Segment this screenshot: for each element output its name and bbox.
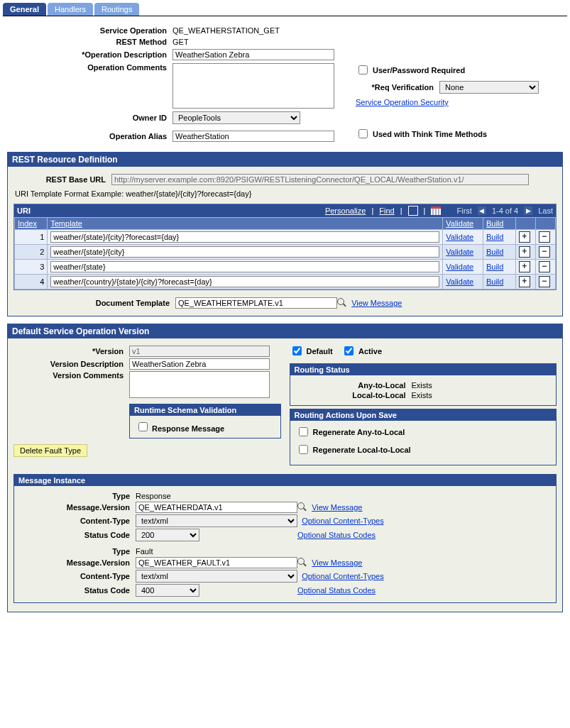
uri-row-validate[interactable]: Validate (446, 263, 473, 271)
select-resp-status-code[interactable]: 200 (136, 529, 199, 541)
label-owner-id: Owner ID (7, 114, 172, 122)
label-op-comments: Operation Comments (7, 63, 172, 72)
select-req-verification[interactable]: None (439, 81, 539, 94)
input-resp-msg-version[interactable] (136, 502, 297, 513)
nav-first: First (457, 206, 472, 215)
tab-routings[interactable]: Routings (94, 3, 139, 16)
label-version-comments: Version Comments (13, 371, 129, 380)
chk-think-time[interactable] (358, 129, 368, 138)
header-routing-actions: Routing Actions Upon Save (290, 409, 557, 421)
select-fault-content-type[interactable]: text/xml (136, 570, 297, 583)
uri-row-template[interactable] (50, 231, 439, 243)
value-resp-type: Response (136, 492, 171, 500)
add-row-icon[interactable]: + (519, 261, 530, 272)
uri-row-index: 1 (15, 230, 48, 245)
select-fault-status-code[interactable]: 400 (136, 584, 199, 597)
lookup-icon[interactable] (337, 298, 347, 308)
del-row-icon[interactable]: − (539, 276, 550, 287)
label-op-alias: Operation Alias (7, 132, 172, 140)
label-doc-template: Document Template (13, 299, 175, 307)
chk-regen-local[interactable] (299, 445, 308, 454)
gridpick-icon[interactable] (431, 206, 441, 215)
link-opt-status-codes[interactable]: Optional Status Codes (297, 531, 376, 539)
uri-row-build[interactable]: Build (486, 263, 503, 271)
label-think-time: Used with Think Time Methods (373, 130, 487, 138)
label-version: *Version (13, 347, 129, 355)
link-service-op-security[interactable]: Service Operation Security (356, 98, 449, 106)
add-row-icon[interactable]: + (519, 231, 530, 243)
btn-delete-fault-type[interactable]: Delete Fault Type (13, 444, 87, 457)
link-view-message[interactable]: View Message (312, 558, 362, 567)
label-regen-any: Regenerate Any-to-Local (313, 428, 405, 436)
link-personalize[interactable]: Personalize (325, 206, 366, 215)
input-version-comments[interactable] (129, 371, 270, 398)
section-default-version: Default Service Operation Version *Versi… (7, 324, 563, 612)
link-find[interactable]: Find (379, 206, 394, 215)
chk-active[interactable] (344, 346, 353, 355)
del-row-icon[interactable]: − (539, 231, 550, 243)
nav-prev[interactable]: ◀ (478, 206, 486, 215)
uri-row-template[interactable] (50, 261, 439, 272)
tab-general[interactable]: General (3, 3, 46, 16)
value-any-to-local: Exists (412, 381, 432, 390)
uri-row-template[interactable] (50, 276, 439, 287)
col-validate: Validate (443, 218, 483, 230)
uri-row-build[interactable]: Build (486, 277, 503, 286)
chk-user-pw[interactable] (358, 65, 368, 75)
label-status-code: Status Code (20, 586, 136, 595)
value-service-operation: QE_WEATHERSTATION_GET (172, 26, 563, 35)
label-regen-local: Regenerate Local-to-Local (313, 446, 411, 454)
link-view-message[interactable]: View Message (351, 299, 402, 307)
label-default: Default (307, 347, 333, 355)
link-opt-content-types[interactable]: Optional Content-Types (302, 517, 384, 525)
link-opt-content-types[interactable]: Optional Content-Types (302, 572, 384, 580)
link-view-message[interactable]: View Message (312, 503, 362, 512)
lookup-icon[interactable] (297, 558, 307, 568)
input-version-desc[interactable] (129, 358, 270, 370)
input-op-desc[interactable] (172, 49, 334, 60)
input-doc-template[interactable] (175, 297, 337, 309)
uri-row-index: 4 (15, 275, 48, 289)
col-index: Index (15, 218, 48, 230)
label-any-to-local: Any-to-Local (296, 381, 412, 390)
value-fault-type: Fault (136, 547, 153, 556)
tab-handlers[interactable]: Handlers (48, 3, 93, 16)
label-user-pw: User/Password Required (373, 66, 465, 75)
uri-grid-title: URI (17, 206, 325, 215)
select-resp-content-type[interactable]: text/xml (136, 514, 297, 527)
add-row-icon[interactable]: + (519, 276, 530, 287)
label-msg-version: Message.Version (20, 558, 136, 567)
label-content-type: Content-Type (20, 572, 136, 580)
label-op-desc: *Operation Description (7, 50, 172, 59)
label-service-operation: Service Operation (7, 26, 172, 35)
chk-response-msg[interactable] (138, 422, 148, 431)
add-row-icon[interactable]: + (519, 246, 530, 258)
nav-next[interactable]: ▶ (524, 206, 532, 215)
uri-row-validate[interactable]: Validate (446, 248, 473, 256)
link-opt-status-codes[interactable]: Optional Status Codes (297, 586, 376, 595)
uri-row-build[interactable]: Build (486, 248, 503, 256)
del-row-icon[interactable]: − (539, 261, 550, 272)
input-op-alias[interactable] (172, 131, 334, 142)
select-owner-id[interactable]: PeopleTools (172, 111, 300, 124)
col-build: Build (483, 218, 515, 230)
uri-row-validate[interactable]: Validate (446, 233, 473, 241)
chk-default[interactable] (292, 346, 302, 355)
nav-last: Last (538, 206, 553, 215)
uri-row-validate[interactable]: Validate (446, 277, 473, 286)
input-fault-msg-version[interactable] (136, 557, 297, 568)
chk-regen-any[interactable] (299, 427, 308, 436)
popout-icon[interactable] (408, 206, 418, 216)
uri-row-template[interactable] (50, 246, 439, 258)
value-rest-method: GET (172, 38, 563, 46)
label-status-code: Status Code (20, 531, 136, 539)
uri-grid: URI Personalize | Find | | First ◀ 1-4 o… (13, 204, 557, 290)
input-rest-base-url (111, 174, 529, 185)
label-active: Active (358, 347, 382, 355)
uri-row-index: 3 (15, 260, 48, 275)
uri-row-build[interactable]: Build (486, 233, 503, 241)
input-op-comments[interactable] (172, 63, 334, 109)
del-row-icon[interactable]: − (539, 246, 550, 258)
label-rest-base-url: REST Base URL (13, 175, 111, 184)
lookup-icon[interactable] (297, 502, 307, 512)
